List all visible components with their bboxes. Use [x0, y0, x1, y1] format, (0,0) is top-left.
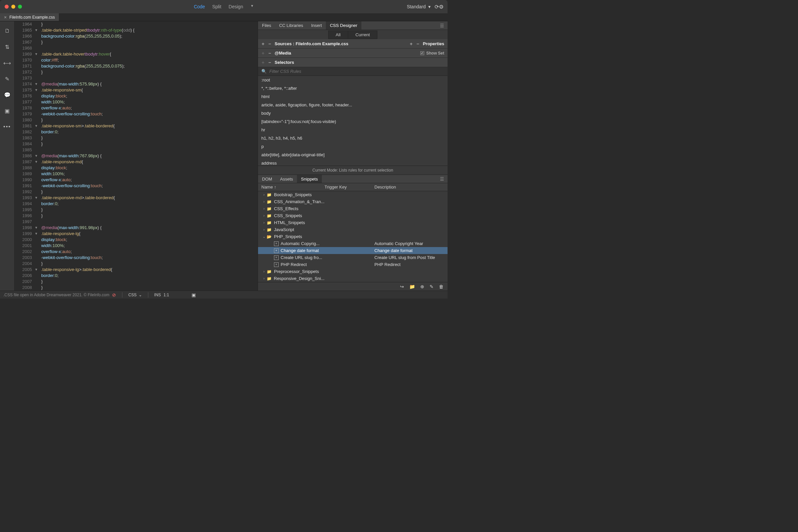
view-split-tab[interactable]: Split [212, 4, 221, 9]
folder-icon: 📁 [267, 227, 272, 232]
insert-snippet-icon[interactable]: ↪ [400, 284, 404, 289]
selector-item[interactable]: :root [258, 76, 448, 84]
error-icon[interactable]: ⊘ [112, 292, 116, 298]
selectors-list[interactable]: :root*, *::before, *::afterhtmlarticle, … [258, 76, 448, 166]
snippets-panel: Name ↑ Trigger Key Description ›📁Bootstr… [258, 183, 448, 291]
selector-item[interactable]: p [258, 142, 448, 151]
mode-all[interactable]: All [328, 31, 348, 39]
folder-icon: 📁 [267, 200, 272, 204]
insert-mode[interactable]: INS [154, 292, 161, 297]
code-editor[interactable]: 1964196519661967196819691970197119721973… [15, 21, 258, 291]
selector-item[interactable]: *, *::before, *::after [258, 84, 448, 92]
tree-snippet[interactable]: ≡PHP RedirectPHP Redirect [258, 261, 448, 268]
bottom-panel-menu-icon[interactable]: ☰ [440, 176, 448, 182]
view-switcher: Code Split Design ▼ [194, 4, 254, 9]
tree-folder[interactable]: ›📁CSS_Snippets [258, 212, 448, 219]
panel-tabs: Files CC Libraries Insert CSS Designer ☰ [258, 21, 448, 30]
tree-snippet[interactable]: ≡Create URL slug fro...Create URL slug f… [258, 254, 448, 261]
sync-settings-icon[interactable]: ⟳⚙ [435, 4, 443, 10]
left-toolbar: 🗋 ⇅ ⟷ ✎ 💬 ▣ ••• [0, 21, 15, 291]
add-selector-icon[interactable]: + [261, 60, 265, 65]
comment-icon[interactable]: 💬 [4, 92, 10, 98]
file-tab[interactable]: × FileInfo.com Example.css [0, 13, 59, 21]
folder-icon: 📂 [267, 234, 272, 239]
sources-header: + − Sources : FileInfo.com Example.css +… [258, 39, 448, 49]
file-management-icon[interactable]: 🗋 [4, 28, 10, 34]
add-property-icon[interactable]: + [410, 41, 413, 46]
tab-snippets[interactable]: Snippets [297, 175, 322, 183]
filter-input[interactable] [269, 69, 444, 74]
format-source-icon[interactable]: ✎ [4, 76, 10, 82]
tree-folder[interactable]: ›📁HTML_Snippets [258, 219, 448, 226]
add-media-icon[interactable]: + [261, 51, 265, 56]
workspace-dropdown[interactable]: Standard ▾ [407, 4, 431, 9]
tree-folder[interactable]: ›📁CSS_Effects [258, 205, 448, 212]
more-tools-icon[interactable]: ••• [4, 124, 10, 130]
new-snippet-icon[interactable]: ⊕ [420, 284, 424, 289]
selector-item[interactable]: abbr[title], abbr[data-original-title] [258, 151, 448, 159]
cursor-position: 1:1 [164, 292, 169, 297]
split-view-icon[interactable]: ⟷ [4, 60, 10, 66]
selector-item[interactable]: address [258, 159, 448, 166]
folder-icon: 📁 [267, 192, 272, 197]
tree-snippet[interactable]: ≡Change date formatChange date format [258, 247, 448, 254]
sources-label: Sources : FileInfo.com Example.css [274, 41, 348, 46]
selector-item[interactable]: html [258, 92, 448, 101]
app-window: Code Split Design ▼ Standard ▾ ⟳⚙ × File… [0, 0, 448, 299]
folder-icon: 📁 [267, 213, 272, 218]
tree-folder[interactable]: ›📁Responsive_Design_Sni... [258, 275, 448, 282]
col-description[interactable]: Description [374, 185, 448, 190]
maximize-window-button[interactable] [18, 5, 22, 8]
tab-css-designer[interactable]: CSS Designer [326, 21, 361, 30]
edit-snippet-icon[interactable]: ✎ [430, 284, 434, 289]
snippet-icon: ≡ [274, 262, 279, 267]
tree-snippet[interactable]: ≡Automatic Copyrig...Automatic Copyright… [258, 240, 448, 247]
tab-files[interactable]: Files [258, 21, 275, 30]
tree-folder[interactable]: ›📁Bootstrap_Snippets [258, 191, 448, 198]
col-trigger[interactable]: Trigger Key [324, 185, 374, 190]
tab-dom[interactable]: DOM [258, 175, 276, 183]
selector-item[interactable]: body [258, 109, 448, 117]
remove-media-icon[interactable]: − [268, 51, 271, 56]
tree-folder[interactable]: ⌄📂PHP_Snippets [258, 233, 448, 240]
view-code-tab[interactable]: Code [194, 4, 205, 9]
tab-insert[interactable]: Insert [307, 21, 326, 30]
close-window-button[interactable] [5, 5, 8, 8]
remove-selector-icon[interactable]: − [268, 60, 271, 65]
css-mode-switcher: All Current [258, 30, 448, 39]
apply-comment-icon[interactable]: ▣ [4, 108, 10, 114]
selectors-label: Selectors [274, 60, 294, 65]
close-tab-icon[interactable]: × [4, 15, 7, 20]
col-name[interactable]: Name ↑ [258, 185, 324, 190]
remove-property-icon[interactable]: − [416, 41, 420, 46]
selector-item[interactable]: [tabindex="-1"]:focus:not(:focus-visible… [258, 117, 448, 126]
panel-menu-icon[interactable]: ☰ [440, 23, 448, 28]
mode-current[interactable]: Current [348, 31, 377, 39]
filter-row: 🔍 [258, 67, 448, 76]
checkbox-icon: ✓ [420, 51, 424, 55]
delete-snippet-icon[interactable]: 🗑 [439, 284, 443, 289]
folder-icon: 📁 [267, 269, 272, 274]
remove-source-icon[interactable]: − [268, 41, 271, 46]
selector-item[interactable]: hr [258, 126, 448, 134]
status-text: .CSS file open in Adobe Dreamweaver 2021… [3, 292, 109, 297]
add-source-icon[interactable]: + [261, 41, 265, 46]
tab-cc-libraries[interactable]: CC Libraries [275, 21, 307, 30]
language-dropdown[interactable]: CSS ⌄ [128, 292, 142, 297]
minimize-window-button[interactable] [11, 5, 15, 8]
expand-collapse-icon[interactable]: ⇅ [4, 44, 10, 50]
snippet-icon: ≡ [274, 255, 279, 260]
view-dropdown-icon[interactable]: ▼ [250, 4, 254, 9]
tree-folder[interactable]: ›📁CSS_Animation_&_Tran... [258, 198, 448, 205]
tab-assets[interactable]: Assets [276, 175, 297, 183]
folder-icon: 📁 [267, 221, 272, 225]
snippets-tree[interactable]: ›📁Bootstrap_Snippets›📁CSS_Animation_&_Tr… [258, 191, 448, 282]
selector-item[interactable]: h1, h2, h3, h4, h5, h6 [258, 134, 448, 142]
show-set-toggle[interactable]: ✓ Show Set [420, 51, 444, 56]
selector-item[interactable]: article, aside, figcaption, figure, foot… [258, 101, 448, 109]
view-design-tab[interactable]: Design [229, 4, 243, 9]
tree-folder[interactable]: ›📁JavaScript [258, 226, 448, 233]
new-folder-icon[interactable]: 📁 [409, 284, 415, 289]
tree-folder[interactable]: ›📁Preprocessor_Snippets [258, 268, 448, 275]
preview-icon[interactable]: ▣ [191, 292, 196, 298]
